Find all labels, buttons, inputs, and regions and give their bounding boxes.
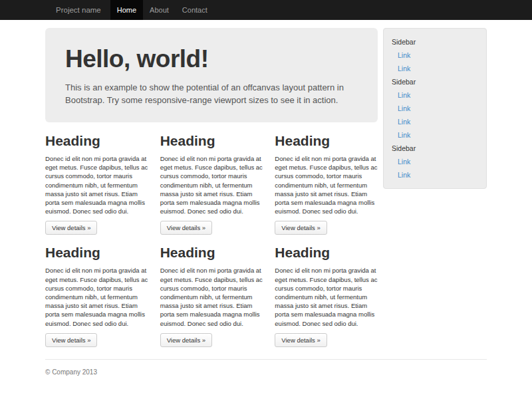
card-body: Donec id elit non mi porta gravida at eg… (45, 266, 148, 327)
nav-item-contact[interactable]: Contact (176, 0, 214, 20)
card-heading: Heading (275, 133, 378, 149)
sidebar-group-header: Sidebar (384, 75, 486, 88)
jumbotron: Hello, world! This is an example to show… (45, 28, 378, 122)
card: Heading Donec id elit non mi porta gravi… (45, 245, 148, 346)
view-details-button[interactable]: View details » (275, 333, 327, 347)
sidebar-link[interactable]: Link (384, 128, 486, 142)
card-heading: Heading (275, 245, 378, 261)
navbar-nav: Home About Contact (110, 0, 214, 20)
jumbotron-text: This is an example to show the potential… (65, 81, 358, 106)
card-body: Donec id elit non mi porta gravida at eg… (160, 154, 263, 215)
view-details-button[interactable]: View details » (275, 221, 327, 235)
nav-item-about[interactable]: About (143, 0, 176, 20)
card-body: Donec id elit non mi porta gravida at eg… (45, 154, 148, 215)
main-column: Hello, world! This is an example to show… (45, 28, 378, 347)
card: Heading Donec id elit non mi porta gravi… (275, 133, 378, 235)
card-heading: Heading (45, 133, 148, 149)
sidebar-well: Sidebar Link Link Sidebar Link Link Link… (383, 28, 487, 189)
sidebar-link[interactable]: Link (384, 168, 486, 182)
card-body: Donec id elit non mi porta gravida at eg… (160, 266, 263, 327)
sidebar-link[interactable]: Link (384, 155, 486, 168)
cards-grid: Heading Donec id elit non mi porta gravi… (45, 133, 378, 347)
view-details-button[interactable]: View details » (160, 221, 212, 235)
sidebar-link[interactable]: Link (384, 88, 486, 102)
sidebar-group-header: Sidebar (384, 142, 486, 155)
card-heading: Heading (45, 245, 148, 261)
card-body: Donec id elit non mi porta gravida at eg… (275, 154, 378, 215)
view-details-button[interactable]: View details » (160, 333, 212, 347)
sidebar-link[interactable]: Link (384, 49, 486, 62)
view-details-button[interactable]: View details » (45, 333, 97, 347)
sidebar-link[interactable]: Link (384, 115, 486, 128)
card: Heading Donec id elit non mi porta gravi… (45, 133, 148, 235)
navbar: Project name Home About Contact (0, 0, 532, 20)
page-title: Hello, world! (65, 45, 358, 73)
footer: © Company 2013 (45, 359, 487, 399)
copyright-text: © Company 2013 (45, 368, 487, 376)
sidebar-group-header: Sidebar (384, 35, 486, 49)
view-details-button[interactable]: View details » (45, 221, 97, 235)
card: Heading Donec id elit non mi porta gravi… (275, 245, 378, 346)
navbar-brand[interactable]: Project name (45, 0, 110, 20)
card: Heading Donec id elit non mi porta gravi… (160, 133, 263, 235)
sidebar-column: Sidebar Link Link Sidebar Link Link Link… (383, 28, 487, 189)
card-heading: Heading (160, 245, 263, 261)
nav-item-home[interactable]: Home (110, 0, 143, 20)
page-container: Hello, world! This is an example to show… (45, 28, 487, 347)
card-body: Donec id elit non mi porta gravida at eg… (275, 266, 378, 327)
card-heading: Heading (160, 133, 263, 149)
card: Heading Donec id elit non mi porta gravi… (160, 245, 263, 346)
sidebar-link[interactable]: Link (384, 102, 486, 115)
navbar-inner: Project name Home About Contact (45, 0, 487, 20)
sidebar-link[interactable]: Link (384, 62, 486, 75)
